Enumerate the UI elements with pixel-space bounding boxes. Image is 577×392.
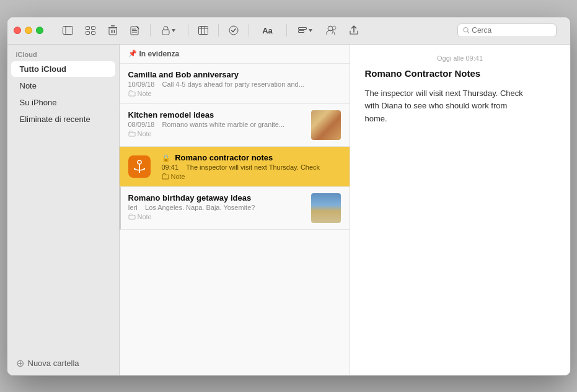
sidebar-item-label: Note — [20, 81, 37, 90]
app-window: Aa — [7, 17, 571, 376]
plus-circle-icon: ⊕ — [16, 357, 24, 369]
gallery-view-button[interactable] — [81, 22, 100, 39]
sep2 — [188, 24, 188, 37]
pin-badge — [128, 155, 151, 178]
toolbar: Aa — [48, 22, 564, 39]
note-title: Romano birthday getaway ideas — [128, 193, 305, 203]
note-date: 10/09/18 — [128, 81, 155, 88]
svg-marker-27 — [309, 29, 312, 32]
view-options-button[interactable] — [292, 22, 319, 39]
note-date: Ieri — [128, 204, 138, 211]
note-text: 🔒 Romano contractor notes 09:41 The insp… — [162, 153, 341, 180]
svg-rect-18 — [162, 30, 169, 35]
delete-button[interactable] — [103, 22, 123, 39]
new-folder-label: Nuova cartella — [28, 359, 79, 368]
collaboration-button[interactable] — [322, 22, 341, 39]
note-folder: Note — [128, 90, 341, 97]
note-preview: Call 4-5 days ahead for party reservatio… — [162, 81, 304, 88]
note-item[interactable]: Kitchen remodel ideas 08/09/18 Romano wa… — [120, 104, 350, 147]
search-icon — [463, 27, 470, 34]
svg-rect-3 — [91, 27, 95, 30]
note-preview: Los Angeles. Napa. Baja. Yosemite? — [145, 204, 255, 211]
notes-section-header: 📌 In evidenza — [120, 45, 350, 64]
folder-icon — [128, 131, 136, 137]
lock-indicator: 🔒 — [162, 154, 170, 162]
minimize-button[interactable] — [25, 27, 32, 34]
note-title: 🔒 Romano contractor notes — [162, 153, 341, 162]
note-item[interactable]: Camilla and Bob anniversary 10/09/18 Cal… — [120, 64, 350, 104]
pin-icon: 📌 — [128, 50, 137, 58]
svg-rect-4 — [86, 32, 89, 35]
detail-timestamp: Oggi alle 09:41 — [365, 54, 555, 62]
note-detail: Oggi alle 09:41 Romano Contractor Notes … — [350, 45, 570, 375]
svg-rect-0 — [63, 27, 73, 35]
search-box[interactable] — [457, 24, 557, 37]
svg-rect-26 — [298, 30, 304, 32]
format-label: Aa — [262, 26, 273, 35]
svg-point-24 — [229, 26, 238, 35]
share-button[interactable] — [344, 22, 364, 39]
compose-button[interactable] — [125, 22, 145, 39]
close-button[interactable] — [14, 27, 21, 34]
note-item[interactable]: Romano birthday getaway ideas Ieri Los A… — [120, 187, 350, 230]
sidebar-item-tutto-icloud[interactable]: Tutto iCloud — [11, 61, 115, 77]
note-item[interactable]: 🔒 Romano contractor notes 09:41 The insp… — [120, 147, 350, 187]
main-content: iCloud Tutto iCloud Note Su iPhone Elimi… — [7, 45, 570, 375]
new-folder-button[interactable]: ⊕ Nuova cartella — [7, 351, 119, 375]
note-preview: The inspector will visit next Thursday. … — [186, 163, 320, 171]
notes-list: 📌 In evidenza Camilla and Bob anniversar… — [120, 45, 350, 375]
svg-point-32 — [138, 160, 141, 164]
note-date: 09:41 — [162, 163, 179, 171]
titlebar: Aa — [7, 17, 570, 45]
sidebar-spacer — [7, 128, 119, 351]
note-text: Camilla and Bob anniversary 10/09/18 Cal… — [128, 70, 341, 97]
sidebar-item-eliminate-di-recente[interactable]: Eliminate di recente — [11, 111, 115, 127]
svg-marker-19 — [172, 29, 175, 32]
svg-point-30 — [463, 28, 467, 32]
checklist-button[interactable] — [224, 22, 244, 39]
svg-rect-25 — [298, 27, 306, 29]
note-thumbnail — [311, 193, 341, 223]
svg-rect-20 — [198, 27, 208, 35]
sep5 — [286, 24, 287, 37]
note-folder: Note — [128, 130, 305, 137]
folder-icon — [162, 173, 169, 180]
format-button[interactable]: Aa — [254, 22, 281, 39]
note-folder: Note — [128, 213, 305, 220]
svg-rect-5 — [91, 32, 95, 35]
note-text: Kitchen remodel ideas 08/09/18 Romano wa… — [128, 110, 305, 137]
sep4 — [249, 24, 249, 37]
note-title: Camilla and Bob anniversary — [128, 70, 341, 79]
detail-body[interactable]: The inspector will visit next Thursday. … — [365, 87, 555, 126]
maximize-button[interactable] — [36, 27, 43, 34]
search-input[interactable] — [472, 26, 550, 35]
sep3 — [218, 24, 219, 37]
detail-title: Romano Contractor Notes — [365, 68, 555, 79]
folder-icon — [128, 214, 136, 220]
note-title: Kitchen remodel ideas — [128, 110, 305, 120]
anchor-icon — [134, 160, 145, 173]
sidebar-item-label: Su iPhone — [20, 98, 57, 107]
note-folder: Note — [162, 173, 341, 180]
traffic-lights — [14, 27, 43, 34]
note-text: Romano birthday getaway ideas Ieri Los A… — [128, 193, 305, 220]
note-meta: 09:41 The inspector will visit next Thur… — [162, 163, 341, 171]
sidebar-item-su-iphone[interactable]: Su iPhone — [11, 95, 115, 110]
svg-rect-2 — [86, 27, 89, 30]
note-meta: 08/09/18 Romano wants white marble or gr… — [128, 121, 305, 128]
note-meta: Ieri Los Angeles. Napa. Baja. Yosemite? — [128, 204, 305, 211]
sidebar-item-label: Tutto iCloud — [20, 64, 67, 74]
sidebar-item-label: Eliminate di recente — [20, 115, 90, 124]
table-button[interactable] — [193, 22, 213, 39]
sidebar: iCloud Tutto iCloud Note Su iPhone Elimi… — [7, 45, 120, 375]
notes-section-label: In evidenza — [139, 50, 180, 58]
sidebar-item-note[interactable]: Note — [11, 78, 115, 94]
lock-button[interactable] — [156, 22, 183, 39]
sidebar-toggle-button[interactable] — [58, 22, 78, 39]
note-date: 08/09/18 — [128, 121, 155, 128]
note-preview: Romano wants white marble or granite... — [162, 121, 284, 128]
note-meta: 10/09/18 Call 4-5 days ahead for party r… — [128, 81, 341, 88]
sep1 — [150, 24, 151, 37]
svg-line-31 — [467, 32, 469, 33]
ancora-badge — [128, 155, 151, 178]
